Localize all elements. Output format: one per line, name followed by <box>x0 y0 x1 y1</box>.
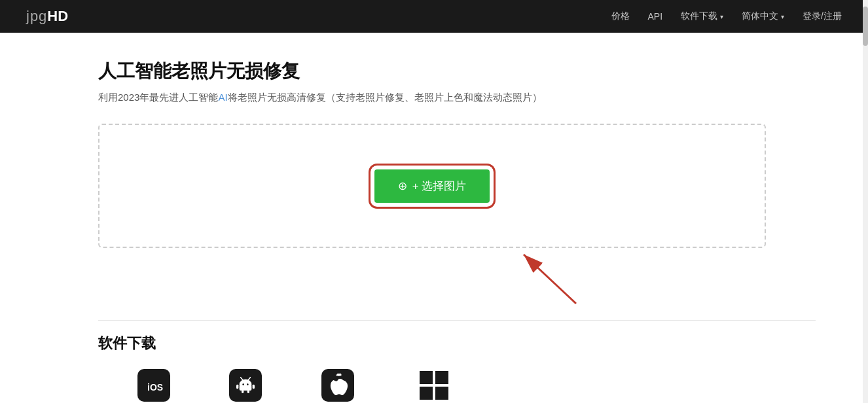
svg-rect-4 <box>240 385 252 391</box>
svg-text:iOS: iOS <box>147 382 163 393</box>
chevron-down-icon: ▾ <box>720 13 723 20</box>
brand-jpg: jpg <box>26 8 47 25</box>
brand-hd: HD <box>47 8 68 25</box>
nav-api[interactable]: API <box>648 11 663 22</box>
nav-price[interactable]: 价格 <box>611 10 630 22</box>
chevron-down-icon: ▾ <box>781 13 784 20</box>
brand-logo[interactable]: jpgHD <box>26 8 68 25</box>
select-image-button[interactable]: ⊕ + 选择图片 <box>374 169 490 203</box>
upload-area[interactable]: ⊕ + 选择图片 <box>98 124 766 248</box>
scrollbar-thumb[interactable] <box>863 7 868 46</box>
select-image-label: + 选择图片 <box>412 179 467 194</box>
download-items-list: iOS iOS App <box>98 369 816 403</box>
ios-icon: iOS <box>137 369 170 402</box>
arrow-icon <box>511 248 589 307</box>
svg-rect-15 <box>420 387 433 400</box>
page-subtitle: 利用2023年最先进人工智能AI将老照片无损高清修复（支持老照片修复、老照片上色… <box>98 92 816 104</box>
svg-rect-9 <box>242 390 244 393</box>
macos-icon <box>321 369 354 402</box>
download-section-title: 软件下载 <box>98 334 816 353</box>
nav-software-label: 软件下载 <box>681 10 717 22</box>
plus-circle-icon: ⊕ <box>398 179 407 193</box>
nav-software-download[interactable]: 软件下载 ▾ <box>681 10 723 22</box>
nav-language[interactable]: 简体中文 ▾ <box>742 10 784 22</box>
scrollbar[interactable] <box>863 0 868 403</box>
ai-word: AI <box>218 92 227 103</box>
page-title: 人工智能老照片无损修复 <box>98 59 816 84</box>
nav-login[interactable]: 登录/注册 <box>803 10 842 22</box>
download-item-ios[interactable]: iOS iOS App <box>137 369 170 403</box>
subtitle-after-ai: 将老照片无损高清修复（支持老照片修复、老照片上色和魔法动态照片） <box>228 92 542 103</box>
nav-menu: 价格 API 软件下载 ▾ 简体中文 ▾ 登录/注册 <box>611 10 842 22</box>
svg-line-6 <box>248 377 250 380</box>
download-item-windows[interactable]: Windows 32bit Windows 64bit <box>407 369 462 403</box>
svg-rect-12 <box>253 385 255 389</box>
download-item-android[interactable]: Android App Google Play <box>223 369 269 403</box>
svg-point-7 <box>243 383 245 385</box>
arrow-container <box>98 248 766 313</box>
svg-rect-10 <box>247 390 249 393</box>
svg-rect-16 <box>435 387 448 400</box>
svg-line-1 <box>524 254 576 304</box>
navbar: jpgHD 价格 API 软件下载 ▾ 简体中文 ▾ 登录/注册 <box>0 0 868 33</box>
windows-icon <box>418 369 450 402</box>
svg-line-5 <box>241 377 243 380</box>
main-content: 人工智能老照片无损修复 利用2023年最先进人工智能AI将老照片无损高清修复（支… <box>0 33 868 403</box>
download-section: 软件下载 iOS iOS App <box>98 320 816 403</box>
download-item-macos[interactable]: Mac OS <box>321 369 354 403</box>
svg-rect-14 <box>435 371 448 384</box>
nav-language-label: 简体中文 <box>742 10 778 22</box>
android-icon <box>229 369 262 402</box>
svg-point-8 <box>247 383 249 385</box>
svg-rect-13 <box>420 371 433 384</box>
svg-rect-11 <box>236 385 238 389</box>
subtitle-before-ai: 利用2023年最先进人工智能 <box>98 92 218 103</box>
